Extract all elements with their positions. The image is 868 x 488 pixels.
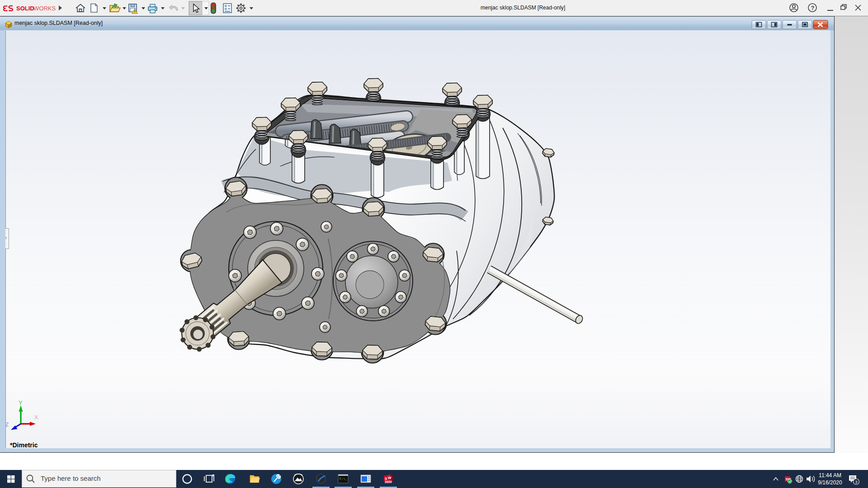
svg-text:2020: 2020 [385,480,392,483]
svg-text:W: W [388,476,392,480]
svg-text:3: 3 [855,480,858,484]
svg-text:C:\_: C:\_ [340,477,348,481]
